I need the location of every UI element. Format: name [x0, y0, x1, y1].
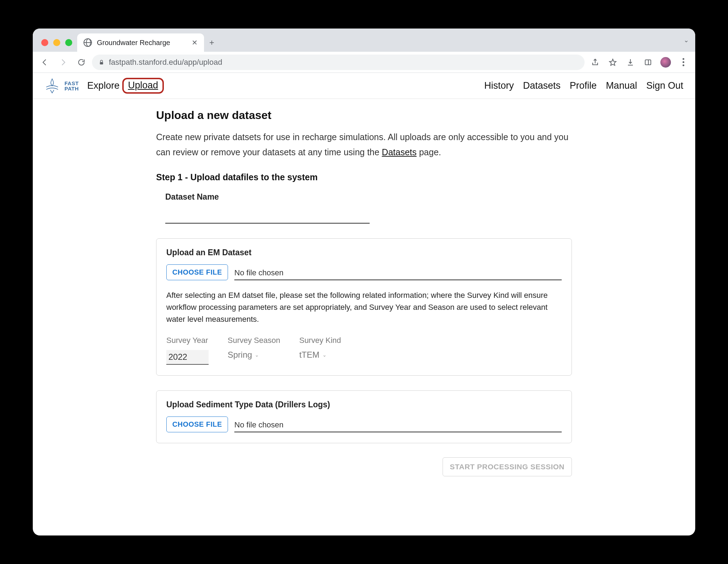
nav-upload[interactable]: Upload — [127, 78, 160, 93]
profile-avatar[interactable] — [658, 55, 673, 70]
globe-icon — [84, 38, 92, 47]
sediment-file-text: No file chosen — [234, 420, 283, 430]
window-close-button[interactable] — [41, 39, 48, 46]
nav-history[interactable]: History — [483, 78, 515, 93]
nav-explore[interactable]: Explore — [86, 78, 121, 93]
em-file-text: No file chosen — [234, 268, 283, 277]
browser-tab-strip: Groundwater Recharge ✕ + ⌄ — [33, 29, 695, 52]
dataset-name-label: Dataset Name — [165, 192, 572, 202]
highlight-annotation: Upload — [122, 78, 164, 94]
nav-right: History Datasets Profile Manual Sign Out — [483, 78, 685, 93]
toolbar-right — [587, 55, 691, 70]
page-content: Upload a new dataset Create new private … — [33, 99, 695, 535]
sediment-file-field[interactable]: No file chosen — [234, 418, 562, 432]
lock-icon — [98, 59, 105, 65]
dataset-name-input[interactable] — [165, 208, 370, 224]
datasets-link[interactable]: Datasets — [382, 147, 417, 157]
survey-kind-label: Survey Kind — [299, 336, 341, 345]
em-choose-file-button[interactable]: CHOOSE FILE — [166, 264, 228, 280]
avatar — [660, 57, 671, 68]
new-tab-button[interactable]: + — [204, 33, 220, 52]
survey-season-select[interactable]: Spring ⌄ — [228, 350, 280, 360]
panel-icon[interactable] — [640, 55, 656, 70]
nav-datasets[interactable]: Datasets — [522, 78, 562, 93]
survey-year-input[interactable] — [166, 350, 209, 365]
app-navbar: FAST PATH Explore Upload History Dataset… — [33, 73, 695, 99]
sediment-card: Upload Sediment Type Data (Drillers Logs… — [156, 390, 572, 443]
browser-toolbar: fastpath.stanford.edu/app/upload — [33, 52, 695, 73]
sediment-card-title: Upload Sediment Type Data (Drillers Logs… — [166, 400, 562, 409]
close-icon[interactable]: ✕ — [192, 38, 198, 47]
url-text: fastpath.stanford.edu/app/upload — [109, 58, 222, 67]
step-heading: Step 1 - Upload datafiles to the system — [156, 172, 572, 182]
nav-profile[interactable]: Profile — [568, 78, 598, 93]
em-card-desc: After selecting an EM datset file, pleas… — [166, 289, 562, 325]
em-card-title: Upload an EM Dataset — [166, 248, 562, 257]
svg-rect-0 — [100, 62, 103, 64]
chevron-down-icon: ⌄ — [255, 352, 259, 358]
sediment-choose-file-button[interactable]: CHOOSE FILE — [166, 416, 228, 432]
app-logo[interactable]: FAST PATH — [43, 77, 79, 95]
browser-window: Groundwater Recharge ✕ + ⌄ fastpath.stan… — [33, 29, 695, 535]
nav-signout[interactable]: Sign Out — [645, 78, 685, 93]
window-minimize-button[interactable] — [53, 39, 60, 46]
star-icon[interactable] — [605, 55, 621, 70]
nav-left: Explore Upload — [86, 78, 164, 94]
logo-icon — [43, 77, 61, 95]
nav-manual[interactable]: Manual — [604, 78, 638, 93]
intro-text: Create new private datsets for use in re… — [156, 130, 572, 159]
chevron-down-icon: ⌄ — [322, 352, 327, 358]
download-icon[interactable] — [623, 55, 638, 70]
page-title: Upload a new dataset — [156, 109, 572, 122]
survey-kind-select[interactable]: tTEM ⌄ — [299, 350, 341, 360]
menu-button[interactable] — [675, 55, 691, 70]
chevron-down-icon[interactable]: ⌄ — [684, 36, 689, 44]
survey-season-label: Survey Season — [228, 336, 280, 345]
start-processing-button[interactable]: START PROCESSING SESSION — [443, 457, 572, 476]
em-file-field[interactable]: No file chosen — [234, 266, 562, 280]
share-icon[interactable] — [587, 55, 603, 70]
forward-button[interactable] — [55, 55, 71, 70]
address-bar[interactable]: fastpath.stanford.edu/app/upload — [92, 55, 585, 70]
window-controls — [36, 39, 77, 52]
tab-title: Groundwater Recharge — [97, 39, 170, 47]
logo-text: FAST PATH — [64, 81, 79, 91]
browser-tab[interactable]: Groundwater Recharge ✕ — [77, 33, 204, 52]
survey-year-label: Survey Year — [166, 336, 209, 345]
em-dataset-card: Upload an EM Dataset CHOOSE FILE No file… — [156, 238, 572, 376]
reload-button[interactable] — [74, 55, 89, 70]
back-button[interactable] — [37, 55, 53, 70]
window-zoom-button[interactable] — [65, 39, 72, 46]
